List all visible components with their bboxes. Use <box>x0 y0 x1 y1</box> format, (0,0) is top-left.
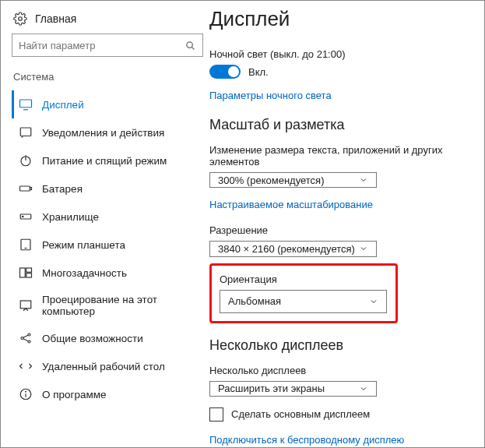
section-label: Система <box>13 71 203 83</box>
multi-label: Несколько дисплеев <box>209 365 470 376</box>
text-size-select[interactable]: 300% (рекомендуется) <box>209 172 377 188</box>
page-title: Дисплей <box>209 7 470 31</box>
resolution-label: Разрешение <box>209 224 470 236</box>
toggle-state: Вкл. <box>248 66 269 78</box>
svg-rect-5 <box>20 128 31 136</box>
scale-heading: Масштаб и разметка <box>209 117 470 133</box>
svg-line-2 <box>192 47 194 49</box>
svg-rect-3 <box>20 100 32 108</box>
svg-rect-9 <box>30 188 32 190</box>
svg-point-20 <box>28 340 30 343</box>
svg-point-11 <box>23 216 24 217</box>
search-field[interactable] <box>19 40 185 51</box>
sidebar-item-tablet[interactable]: Режим планшета <box>12 231 203 259</box>
select-value: 3840 × 2160 (рекомендуется) <box>218 243 355 255</box>
night-light-toggle[interactable] <box>209 65 241 79</box>
svg-point-18 <box>21 337 23 340</box>
svg-line-21 <box>23 335 28 337</box>
svg-rect-8 <box>20 186 30 191</box>
home-link[interactable]: Главная <box>12 9 203 34</box>
sidebar-item-label: Многозадачность <box>42 267 127 279</box>
orientation-label: Ориентация <box>220 273 388 285</box>
text-size-label: Изменение размера текста, приложений и д… <box>209 144 470 168</box>
custom-scaling-link[interactable]: Настраиваемое масштабирование <box>209 199 470 210</box>
sidebar-item-notifications[interactable]: Уведомления и действия <box>12 118 203 146</box>
orientation-select[interactable]: Альбомная <box>220 290 387 313</box>
search-input[interactable] <box>12 34 203 57</box>
sidebar: Главная Система Дисплей Уведомления и де… <box>1 1 209 447</box>
wireless-display-link[interactable]: Подключиться к беспроводному дисплею <box>209 434 470 446</box>
battery-icon <box>19 182 33 196</box>
chevron-down-icon <box>369 297 378 306</box>
project-icon <box>19 298 33 312</box>
svg-point-0 <box>19 17 23 21</box>
sidebar-item-projecting[interactable]: Проецирование на этот компьютер <box>12 287 203 324</box>
svg-point-19 <box>28 333 30 336</box>
sidebar-item-label: Уведомления и действия <box>42 127 164 139</box>
night-light-label: Ночной свет (выкл. до 21:00) <box>209 48 470 60</box>
multi-heading: Несколько дисплеев <box>209 337 470 354</box>
svg-line-22 <box>23 339 28 341</box>
resolution-select[interactable]: 3840 × 2160 (рекомендуется) <box>209 241 377 256</box>
select-value: Альбомная <box>228 295 281 307</box>
sidebar-item-label: О программе <box>42 389 107 400</box>
multitask-icon <box>19 266 33 280</box>
night-light-settings-link[interactable]: Параметры ночного света <box>209 90 470 101</box>
main-panel: Дисплей Ночной свет (выкл. до 21:00) Вкл… <box>209 1 484 447</box>
select-value: Расширить эти экраны <box>218 383 325 394</box>
share-icon <box>19 331 33 345</box>
svg-point-1 <box>187 41 193 48</box>
info-icon <box>19 387 33 401</box>
svg-rect-17 <box>20 301 31 309</box>
chevron-down-icon <box>359 384 368 393</box>
sidebar-item-storage[interactable]: Хранилище <box>12 203 203 231</box>
gear-icon <box>13 12 27 26</box>
sidebar-item-shared[interactable]: Общие возможности <box>12 324 203 352</box>
multi-display-select[interactable]: Расширить эти экраны <box>209 381 377 397</box>
orientation-highlight: Ориентация Альбомная <box>209 263 398 323</box>
sidebar-item-about[interactable]: О программе <box>12 380 203 408</box>
power-icon <box>19 153 33 168</box>
checkbox-icon[interactable] <box>209 407 223 422</box>
sidebar-item-multitask[interactable]: Многозадачность <box>12 259 203 287</box>
home-label: Главная <box>35 12 76 25</box>
sidebar-item-battery[interactable]: Батарея <box>12 175 203 203</box>
sidebar-item-label: Дисплей <box>42 99 84 111</box>
sidebar-item-label: Удаленный рабочий стол <box>42 361 165 372</box>
svg-rect-16 <box>26 273 32 277</box>
main-display-checkbox-row[interactable]: Сделать основным дисплеем <box>209 407 470 422</box>
sidebar-item-label: Хранилище <box>42 211 99 223</box>
sidebar-item-label: Режим планшета <box>42 239 125 251</box>
svg-point-25 <box>26 391 26 392</box>
svg-rect-15 <box>26 268 32 272</box>
sidebar-item-label: Проецирование на этот компьютер <box>42 294 199 317</box>
monitor-icon <box>19 97 33 111</box>
night-light-toggle-row: Вкл. <box>209 65 470 79</box>
nav-list: Дисплей Уведомления и действия Питание и… <box>12 90 203 408</box>
checkbox-label: Сделать основным дисплеем <box>231 408 370 420</box>
sidebar-item-display[interactable]: Дисплей <box>12 90 203 118</box>
search-icon <box>185 40 196 51</box>
sidebar-item-label: Общие возможности <box>42 333 143 344</box>
tablet-icon <box>19 238 33 252</box>
chevron-down-icon <box>359 175 368 185</box>
sidebar-item-label: Батарея <box>42 183 83 195</box>
sidebar-item-label: Питание и спящий режим <box>42 155 167 167</box>
remote-icon <box>19 359 33 373</box>
storage-icon <box>19 210 33 224</box>
sidebar-item-remote[interactable]: Удаленный рабочий стол <box>12 352 203 380</box>
svg-rect-14 <box>20 268 26 277</box>
notification-icon <box>19 125 33 139</box>
chevron-down-icon <box>359 244 368 253</box>
sidebar-item-power[interactable]: Питание и спящий режим <box>12 146 203 175</box>
select-value: 300% (рекомендуется) <box>218 175 324 186</box>
